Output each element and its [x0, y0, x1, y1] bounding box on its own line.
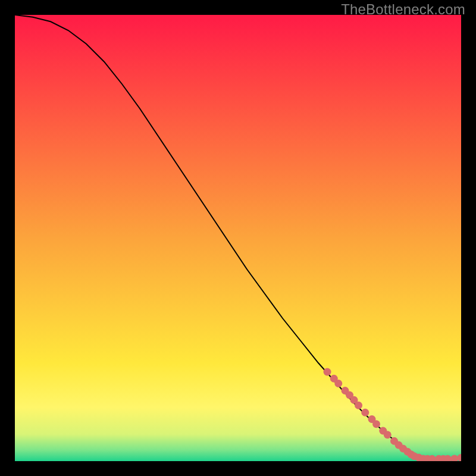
chart-marker — [384, 431, 392, 439]
chart-marker — [372, 420, 380, 428]
chart-background-gradient — [15, 15, 461, 461]
chart-marker — [334, 380, 342, 387]
chart-root: TheBottleneck.com — [0, 0, 476, 476]
watermark-text: TheBottleneck.com — [341, 1, 465, 18]
chart-svg — [15, 15, 461, 461]
chart-marker — [361, 409, 369, 416]
chart-marker — [324, 368, 331, 376]
chart-marker — [355, 402, 362, 409]
plot-area — [15, 15, 461, 461]
